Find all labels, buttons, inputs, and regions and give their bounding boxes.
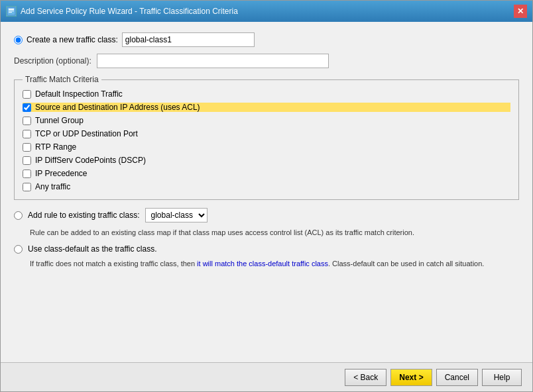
- back-button[interactable]: < Back: [345, 369, 386, 386]
- help-button[interactable]: Help: [482, 369, 522, 386]
- wizard-icon: [6, 6, 17, 17]
- create-new-label[interactable]: Create a new traffic class:: [27, 35, 118, 44]
- description-input[interactable]: [97, 54, 329, 68]
- title-bar-left: Add Service Policy Rule Wizard - Traffic…: [6, 6, 238, 17]
- content-area: Create a new traffic class: Description …: [1, 22, 532, 362]
- add-existing-label[interactable]: Add rule to existing traffic class:: [28, 211, 140, 220]
- traffic-match-fieldset: Traffic Match Criteria Default Inspectio…: [14, 75, 519, 200]
- add-existing-radio[interactable]: [14, 211, 23, 220]
- checkbox-row-3: Tunnel Group: [23, 116, 510, 125]
- checkbox-row-7: IP Precedence: [23, 169, 510, 178]
- create-new-radio[interactable]: [14, 36, 23, 44]
- title-bar: Add Service Policy Rule Wizard - Traffic…: [1, 1, 532, 22]
- checkbox-row-4: TCP or UDP Destination Port: [23, 129, 510, 138]
- create-new-row: Create a new traffic class:: [14, 32, 519, 47]
- tcp-udp-label[interactable]: TCP or UDP Destination Port: [35, 129, 138, 138]
- rtp-range-label[interactable]: RTP Range: [35, 142, 76, 152]
- traffic-match-legend: Traffic Match Criteria: [23, 75, 101, 84]
- description-row: Description (optional):: [14, 54, 519, 68]
- class-default-radio[interactable]: [14, 245, 23, 254]
- ip-precedence-label[interactable]: IP Precedence: [35, 169, 88, 178]
- ip-precedence-checkbox[interactable]: [23, 170, 31, 178]
- close-button[interactable]: ✕: [514, 5, 527, 18]
- add-existing-row: Add rule to existing traffic class: glob…: [14, 208, 519, 222]
- src-dest-ip-checkbox[interactable]: [23, 103, 31, 112]
- main-window: Add Service Policy Rule Wizard - Traffic…: [0, 0, 533, 392]
- default-inspection-checkbox[interactable]: [23, 90, 31, 99]
- footer: < Back Next > Cancel Help: [1, 362, 532, 391]
- any-traffic-checkbox[interactable]: [23, 183, 31, 191]
- default-inspection-label[interactable]: Default Inspection Traffic: [35, 89, 123, 99]
- checkbox-row-8: Any traffic: [23, 182, 510, 191]
- any-traffic-label[interactable]: Any traffic: [35, 182, 70, 191]
- class-default-info-highlight: it will match the class-default traffic …: [197, 260, 328, 268]
- dscp-checkbox[interactable]: [23, 156, 31, 165]
- svg-rect-3: [9, 12, 12, 13]
- src-dest-ip-label[interactable]: Source and Destination IP Address (uses …: [35, 103, 200, 112]
- existing-class-dropdown[interactable]: global-class: [145, 208, 207, 222]
- class-default-row: Use class-default as the traffic class.: [14, 244, 519, 254]
- class-default-info-part1: If traffic does not match a existing tra…: [30, 260, 197, 268]
- class-default-info-part2: . Class-default can be used in catch all…: [328, 260, 484, 268]
- dscp-label[interactable]: IP DiffServ CodePoints (DSCP): [35, 156, 146, 165]
- class-default-info: If traffic does not match a existing tra…: [30, 259, 519, 269]
- create-new-radio-group: Create a new traffic class:: [14, 32, 255, 47]
- rtp-range-checkbox[interactable]: [23, 143, 31, 152]
- checkbox-row-1: Default Inspection Traffic: [23, 89, 510, 99]
- tunnel-group-checkbox[interactable]: [23, 117, 31, 125]
- svg-rect-1: [9, 9, 14, 10]
- next-button[interactable]: Next >: [390, 369, 432, 386]
- class-default-label[interactable]: Use class-default as the traffic class.: [28, 244, 157, 254]
- window-title: Add Service Policy Rule Wizard - Traffic…: [21, 7, 238, 16]
- traffic-class-name-input[interactable]: [122, 32, 255, 47]
- add-existing-info: Rule can be added to an existing class m…: [30, 228, 519, 238]
- checkbox-row-6: IP DiffServ CodePoints (DSCP): [23, 156, 510, 165]
- checkbox-row-2: Source and Destination IP Address (uses …: [23, 103, 510, 112]
- tunnel-group-label[interactable]: Tunnel Group: [35, 116, 84, 125]
- svg-rect-2: [9, 11, 14, 11]
- cancel-button[interactable]: Cancel: [436, 369, 478, 386]
- tcp-udp-checkbox[interactable]: [23, 130, 31, 138]
- description-label: Description (optional):: [14, 56, 91, 66]
- checkbox-row-5: RTP Range: [23, 142, 510, 152]
